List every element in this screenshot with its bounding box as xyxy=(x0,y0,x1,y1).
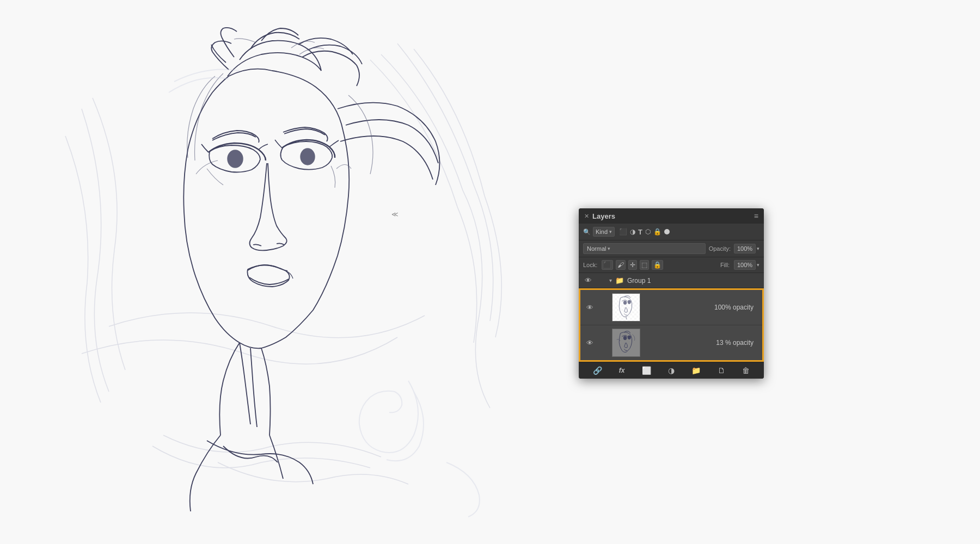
lock-brush-icon[interactable]: 🖌 xyxy=(616,260,626,270)
sketch-drawing xyxy=(0,0,577,544)
opacity-label: Opacity: xyxy=(709,245,731,252)
opacity-value[interactable]: 100% xyxy=(734,244,756,254)
kind-dropdown-arrow: ▾ xyxy=(609,229,612,234)
new-layer-icon[interactable]: 🗋 xyxy=(718,366,725,375)
kind-filter-row: 🔍 Kind ▾ ⬛ ◑ T ⬡ 🔒 xyxy=(579,224,764,240)
lock-pixels-icon[interactable]: ⬛ xyxy=(602,260,613,270)
fill-value[interactable]: 100% xyxy=(734,260,756,270)
circle-filter-icon[interactable] xyxy=(664,229,670,234)
layer-item-2[interactable]: 👁 xyxy=(580,325,762,360)
new-adjustment-icon[interactable]: ◑ xyxy=(668,366,675,375)
fill-arrow: ▾ xyxy=(757,262,759,268)
group-layer-row[interactable]: 👁 ▾ 📁 Group 1 xyxy=(579,273,764,288)
panel-menu-button[interactable]: ≡ xyxy=(754,212,758,220)
layer1-thumbnail xyxy=(612,293,640,322)
svg-point-7 xyxy=(623,336,627,340)
panel-close-button[interactable]: ✕ xyxy=(584,213,589,220)
svg-point-2 xyxy=(301,149,315,165)
kind-dropdown[interactable]: Kind ▾ xyxy=(593,227,615,237)
delete-layer-icon[interactable]: 🗑 xyxy=(742,366,750,375)
svg-point-8 xyxy=(628,336,630,339)
shape-filter-icon[interactable]: ⬡ xyxy=(645,228,651,236)
layer2-visibility-icon[interactable]: 👁 xyxy=(585,339,595,347)
folder-icon: 📁 xyxy=(615,276,624,285)
add-mask-icon[interactable]: ⬜ xyxy=(642,366,651,375)
link-layers-icon[interactable]: 🔗 xyxy=(593,366,602,375)
adjustment-filter-icon[interactable]: ◑ xyxy=(630,228,635,236)
blend-mode-label: Normal xyxy=(587,245,606,252)
lock-label: Lock: xyxy=(583,262,597,268)
lock-fill-row: Lock: ⬛ 🖌 ✛ ⬚ 🔒 Fill: 100% ▾ xyxy=(579,257,764,273)
lock-all-icon[interactable]: 🔒 xyxy=(652,260,663,270)
layer1-opacity-text: 100% opacity xyxy=(714,304,758,311)
canvas-area xyxy=(0,0,980,544)
smartobject-filter-icon[interactable]: 🔒 xyxy=(653,228,661,236)
svg-point-5 xyxy=(628,300,630,304)
search-icon: 🔍 xyxy=(583,228,591,236)
group-name-label: Group 1 xyxy=(627,277,651,285)
layer2-thumbnail xyxy=(612,329,640,357)
new-group-icon[interactable]: 📁 xyxy=(691,366,701,375)
type-filter-icon[interactable]: T xyxy=(638,228,642,236)
group-expand-arrow[interactable]: ▾ xyxy=(609,277,612,283)
filter-icons: ⬛ ◑ T ⬡ 🔒 xyxy=(619,228,670,236)
group-visibility-icon[interactable]: 👁 xyxy=(583,276,593,285)
svg-point-4 xyxy=(623,301,627,305)
blend-mode-arrow: ▾ xyxy=(608,246,610,251)
lock-move-icon[interactable]: ✛ xyxy=(628,260,637,270)
blend-mode-dropdown[interactable]: Normal ▾ xyxy=(583,243,706,254)
svg-point-1 xyxy=(228,150,243,168)
lock-icons-group: ⬛ 🖌 ✛ ⬚ 🔒 xyxy=(602,260,663,270)
kind-label: Kind xyxy=(596,228,608,235)
layers-panel: ✕ Layers ≡ 🔍 Kind ▾ ⬛ ◑ T ⬡ 🔒 Normal ▾ O… xyxy=(579,208,764,379)
panel-collapse-button[interactable]: ≪ xyxy=(391,211,399,218)
layer1-visibility-icon[interactable]: 👁 xyxy=(585,304,595,312)
panel-footer: 🔗 fx ⬜ ◑ 📁 🗋 🗑 xyxy=(579,362,764,379)
pixel-filter-icon[interactable]: ⬛ xyxy=(619,228,627,236)
layer-item-1[interactable]: 👁 xyxy=(580,290,762,325)
panel-title: Layers xyxy=(592,212,615,220)
panel-header: ✕ Layers ≡ xyxy=(579,208,764,224)
layer2-opacity-text: 13 % opacity xyxy=(716,339,758,347)
lock-artboard-icon[interactable]: ⬚ xyxy=(640,260,649,270)
opacity-arrow: ▾ xyxy=(757,246,759,251)
fill-label: Fill: xyxy=(720,262,730,268)
selected-layers-container: 👁 xyxy=(579,288,764,362)
layer-effects-icon[interactable]: fx xyxy=(619,367,625,374)
blend-opacity-row: Normal ▾ Opacity: 100% ▾ xyxy=(579,240,764,257)
